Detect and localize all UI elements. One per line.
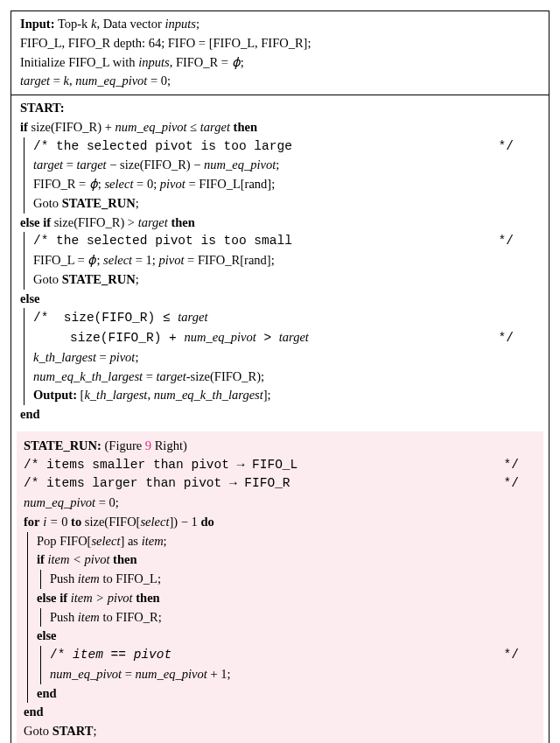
comment-close: */ (499, 329, 540, 348)
input-label: Input: (20, 17, 55, 31)
text: to FIFO_L; (100, 571, 161, 585)
var-phi: ϕ (232, 55, 241, 69)
cond: item > pivot (67, 591, 136, 605)
kw-to: to (71, 515, 81, 529)
var: num_eq_pivot (115, 120, 186, 134)
cond: item < pivot (45, 552, 113, 566)
goto-target: START (52, 724, 94, 738)
var: pivot (109, 350, 135, 364)
text: , Data vector (96, 17, 164, 31)
text: size(FIFO_R) + (28, 120, 116, 134)
state-run-label: STATE_RUN: (24, 438, 102, 452)
text: ; (164, 534, 167, 548)
kw-else: else (20, 290, 540, 309)
kw-for: for (24, 515, 40, 529)
text: = FIFO_L[rand]; (186, 177, 275, 191)
var: select (140, 515, 169, 529)
var: ϕ (89, 177, 98, 191)
text: ; (136, 272, 139, 286)
text: Initialize FIFO_L with (20, 55, 138, 69)
text: ]; (263, 388, 271, 402)
var: k_th_largest (33, 350, 96, 364)
comment-close: */ (499, 232, 540, 251)
text: (Figure (102, 438, 145, 452)
comment-close: */ (504, 474, 536, 494)
text-line: FIFO_L, FIFO_R depth: 64; FIFO = [FIFO_L… (20, 34, 540, 53)
text: to FIFO_R; (100, 610, 162, 624)
var: pivot (160, 177, 186, 191)
comment-open: /* (33, 234, 56, 248)
var: item (142, 534, 164, 548)
comment-body: items larger than pivot → FIFO_R (46, 476, 290, 490)
kw-end: end (37, 684, 536, 704)
start-label: START: (20, 99, 540, 118)
var: num_eq_pivot (185, 330, 256, 344)
text: Top-k (58, 17, 91, 31)
text: ; (196, 17, 200, 31)
kw-elseif: else if (20, 215, 51, 229)
kw-if: if (20, 120, 28, 134)
kw-if: if (37, 552, 45, 566)
kw-then: then (136, 591, 159, 605)
figure-ref[interactable]: 9 (145, 438, 151, 452)
comment-body: size(FIFO_R) ≤ (56, 311, 178, 325)
goto-target: STATE_RUN (62, 272, 136, 286)
kw-elseif: else if (37, 591, 67, 605)
var: num_eq_pivot (24, 495, 95, 509)
kw-then: then (234, 120, 257, 134)
var: target (279, 330, 309, 344)
text: FIFO_R = (33, 177, 89, 191)
text: − size(FIFO_R) − (107, 158, 204, 172)
comment-close: */ (504, 646, 536, 665)
text: Push (50, 610, 78, 624)
var: num_eq_pivot (50, 667, 122, 681)
var-num-eq-pivot: num_eq_pivot (75, 74, 147, 88)
text: Goto (33, 196, 62, 210)
var-target: target (20, 74, 50, 88)
var: target (157, 369, 186, 383)
var: num_eq_pivot (204, 158, 276, 172)
text: i = (40, 515, 62, 529)
text: > (256, 331, 279, 345)
text: = (96, 350, 109, 364)
text: -size(FIFO_R); (186, 369, 264, 383)
var: target (200, 120, 234, 134)
text: ]) − 1 (169, 515, 200, 529)
start-section: START: if size(FIFO_R) + num_eq_pivot ≤ … (11, 95, 549, 431)
text: Push (50, 571, 78, 585)
kw-else: else (37, 627, 536, 646)
text: size(FIFO[ (81, 515, 140, 529)
text: FIFO_L = (33, 253, 88, 267)
var: select (104, 177, 133, 191)
kw-end: end (20, 405, 540, 424)
text: = (122, 667, 135, 681)
text: = 0; (133, 177, 159, 191)
text: , FIFO_R = (170, 55, 232, 69)
text: 0 (61, 515, 71, 529)
var: select (103, 253, 132, 267)
algorithm-block: Input: Top-k k, Data vector inputs; FIFO… (10, 11, 550, 743)
var: pivot (158, 253, 184, 267)
var: num_eq_k_th_largest (33, 369, 143, 383)
text: Goto (24, 724, 52, 738)
text: Goto (33, 272, 62, 286)
kw-then: then (171, 215, 194, 229)
comment-open: /* (50, 648, 73, 662)
var: target (178, 310, 207, 324)
var: item (78, 610, 100, 624)
text: ≤ (187, 120, 200, 134)
text: ; (276, 158, 279, 172)
kw-end: end (24, 703, 536, 722)
comment-close: */ (504, 456, 536, 475)
comment-open: /* (33, 139, 56, 153)
comment-open: /* (24, 476, 46, 490)
text: + 1; (207, 667, 231, 681)
var: item (78, 571, 100, 585)
var: target (77, 158, 107, 172)
comment-open: /* (24, 458, 46, 472)
text: ; (135, 350, 138, 364)
text: Right) (151, 438, 187, 452)
var: select (91, 534, 120, 548)
text: ; (241, 55, 244, 69)
text: = 1; (132, 253, 158, 267)
